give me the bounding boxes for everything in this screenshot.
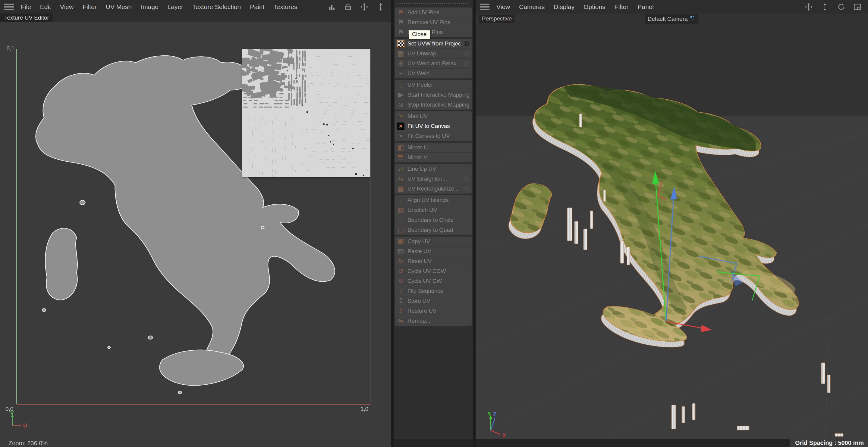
menu-item-options[interactable]: Options	[579, 3, 610, 10]
command-line-up-uv[interactable]: ⇄Line Up UV	[395, 164, 472, 174]
boundary-to-circle-icon: ◌	[397, 216, 405, 224]
mirror-u-icon: ◧	[397, 143, 405, 152]
command-uv-straighten[interactable]: ⇆UV Straighten...⚙	[395, 174, 472, 184]
command-uv-rectangularize[interactable]: ▦UV Rectangularize...⚙	[395, 184, 472, 194]
gear-icon[interactable]: ⚙	[464, 59, 470, 68]
command-paste-uv[interactable]: ▤Paste UV	[395, 246, 472, 256]
max-uv-icon: ⇲	[397, 112, 405, 121]
uv-peeler-icon: ▯	[397, 81, 405, 89]
command-copy-uv[interactable]: ▣Copy UV	[395, 237, 472, 246]
command-fit-uv-to-canvas[interactable]: ×Fit UV to Canvas	[395, 121, 472, 131]
zoom-view-icon[interactable]	[820, 2, 830, 11]
command-label: Paste UV	[407, 248, 470, 255]
camera-name: Default Camera	[647, 16, 687, 22]
command-start-interactive-mapping[interactable]: ▶Start Interactive Mapping	[395, 90, 472, 100]
uv-command-group: ▣Copy UV▤Paste UV↻Reset UV↺Cycle UV CCW↻…	[395, 236, 472, 326]
start-interactive-mapping-icon: ▶	[397, 91, 405, 99]
command-label: Align UV Islands	[407, 197, 470, 204]
menu-item-view[interactable]: View	[492, 3, 515, 10]
command-label: Set UVW from Projection...	[407, 40, 461, 47]
command-label: Mirror V	[407, 154, 470, 161]
uv-commands-panel: ⚑Add UV Pins⚑Remove UV Pins⚑Clear UV Pin…	[394, 0, 473, 447]
command-remove-uv-pins[interactable]: ⚑Remove UV Pins	[395, 17, 472, 27]
active-camera-label[interactable]: Default Camera	[645, 14, 698, 24]
uv-weld-relax-icon: ⊕	[397, 59, 405, 68]
gear-icon[interactable]: ⚙	[464, 175, 470, 183]
command-label: Max UV	[407, 113, 470, 119]
command-store-uv[interactable]: ↧Store UV	[395, 296, 472, 306]
viewport-scene[interactable]: Y Z X	[475, 13, 868, 439]
uv-weld-icon: +	[397, 69, 405, 78]
command-label: Restore UV	[407, 308, 470, 314]
menu-item-filter[interactable]: Filter	[610, 3, 633, 10]
gear-icon[interactable]: ⚙	[464, 49, 470, 58]
clear-uv-pins-icon: ⚑	[397, 28, 405, 36]
cycle-uv-cw-icon: ↻	[397, 277, 405, 285]
axis-z-label: Z	[493, 411, 496, 417]
command-label: Store UV	[407, 298, 470, 304]
grid-spacing-status: Grid Spacing : 5000 mm	[789, 439, 868, 447]
command-flip-sequence[interactable]: ↕Flip Sequence	[395, 286, 472, 296]
command-uv-weld-and-relax[interactable]: ⊕UV Weld and Relax...⚙	[395, 58, 472, 68]
command-uv-peeler[interactable]: ▯UV Peeler	[395, 80, 472, 90]
unstitch-uv-icon: ▥	[397, 206, 405, 214]
command-cycle-uv-cw[interactable]: ↻Cycle UV CW	[395, 276, 472, 286]
paste-uv-icon: ▤	[397, 247, 405, 255]
axis-y-label: Y	[488, 411, 491, 417]
gear-icon[interactable]: ⚙	[464, 39, 470, 48]
panel-bottom-strip	[394, 439, 473, 447]
cycle-uv-ccw-icon: ↺	[397, 267, 405, 275]
command-align-uv-islands[interactable]: ⋮Align UV Islands	[395, 195, 472, 205]
command-label: Flip Sequence	[407, 288, 470, 295]
hamburger-icon[interactable]	[480, 4, 490, 10]
command-uv-weld[interactable]: +UV Weld	[395, 68, 472, 78]
command-label: Copy UV	[407, 238, 470, 245]
viewport-menubar: ViewCamerasDisplayOptionsFilterPanel	[475, 0, 868, 13]
menu-item-display[interactable]: Display	[549, 3, 579, 10]
command-boundary-to-quad[interactable]: ▢Boundary to Quad	[395, 225, 472, 235]
line-up-uv-icon: ⇄	[397, 165, 405, 173]
panel-drag-handle[interactable]	[397, 2, 470, 4]
rotate-view-icon[interactable]	[837, 2, 846, 11]
close-tooltip: Close	[409, 30, 430, 39]
uv-command-group: ▯UV Peeler▶Start Interactive Mapping⊘Sto…	[395, 80, 472, 110]
uv-command-group: ◧Mirror U◧Mirror V	[395, 142, 472, 163]
camera-icon	[689, 14, 696, 23]
menu-item-cameras[interactable]: Cameras	[515, 3, 549, 10]
command-label: Cycle UV CCW	[407, 268, 470, 275]
add-uv-pins-icon: ⚑	[397, 8, 405, 16]
axis-x-label: X	[503, 433, 506, 439]
command-restore-uv[interactable]: ↥Restore UV	[395, 306, 472, 316]
command-label: UV Rectangularize...	[407, 185, 461, 192]
command-add-uv-pins[interactable]: ⚑Add UV Pins	[395, 7, 472, 17]
command-clear-uv-pins[interactable]: ⚑Clear UV Pins	[395, 27, 472, 37]
command-uv-unwrap[interactable]: ▤UV Unwrap...⚙	[395, 48, 472, 58]
command-label: UV Weld	[407, 70, 470, 77]
command-label: Remove UV Pins	[407, 19, 470, 26]
gear-icon[interactable]: ⚙	[464, 184, 470, 193]
command-mirror-u[interactable]: ◧Mirror U	[395, 143, 472, 152]
command-reset-uv[interactable]: ↻Reset UV	[395, 256, 472, 266]
uv-axis-u-label: U	[23, 423, 27, 428]
command-cycle-uv-ccw[interactable]: ↺Cycle UV CCW	[395, 266, 472, 276]
command-max-uv[interactable]: ⇲Max UV	[395, 111, 472, 121]
command-label: Add UV Pins	[407, 9, 470, 16]
stop-interactive-mapping-icon: ⊘	[397, 101, 405, 109]
command-set-uvw-from-projection[interactable]: Set UVW from Projection...⚙	[395, 39, 472, 48]
command-label: UV Weld and Relax...	[407, 60, 461, 67]
viewport-status-bar: Grid Spacing : 5000 mm	[475, 439, 868, 447]
command-label: Fit Canvas to UV	[407, 133, 470, 139]
command-label: Mirror U	[407, 144, 470, 151]
menu-item-panel[interactable]: Panel	[633, 3, 658, 10]
command-label: Line Up UV	[407, 166, 470, 172]
command-fit-canvas-to-uv[interactable]: ×Fit Canvas to UV	[395, 131, 472, 141]
fit-canvas-to-uv-icon: ×	[397, 132, 405, 140]
command-unstitch-uv[interactable]: ▥Unstitch UV	[395, 205, 472, 215]
uv-command-group: ⚑Add UV Pins⚑Remove UV Pins⚑Clear UV Pin…	[395, 7, 472, 37]
command-remap[interactable]: ⇋Remap...	[395, 316, 472, 326]
pan-view-icon[interactable]	[804, 2, 813, 11]
toggle-layout-icon[interactable]	[853, 2, 862, 11]
command-boundary-to-circle[interactable]: ◌Boundary to Circle	[395, 215, 472, 225]
command-stop-interactive-mapping[interactable]: ⊘Stop Interactive Mapping	[395, 100, 472, 110]
command-mirror-v[interactable]: ◧Mirror V	[395, 152, 472, 162]
